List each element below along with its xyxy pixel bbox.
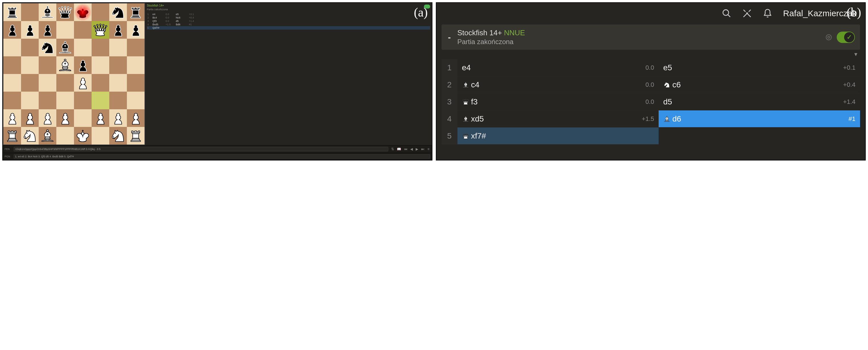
square-b8[interactable] (21, 3, 39, 21)
engine-toggle[interactable]: ✓ (837, 32, 855, 43)
piece-bN[interactable] (110, 4, 126, 20)
piece-bR[interactable] (4, 4, 20, 20)
square-a2[interactable] (3, 109, 21, 127)
book-icon[interactable]: 📖 (396, 147, 402, 152)
piece-bP[interactable] (39, 22, 56, 38)
piece-bP[interactable] (22, 22, 38, 38)
menu-icon[interactable]: ≡ (427, 147, 430, 152)
mini-move-row[interactable]: 4Bxd5+1.5Bd6#1 (147, 23, 430, 26)
square-e8[interactable] (74, 3, 92, 21)
square-d5[interactable] (56, 56, 74, 74)
square-c6[interactable] (39, 39, 56, 56)
target-icon[interactable] (825, 33, 833, 41)
move-white[interactable]: f30.0 (458, 93, 659, 110)
square-a7[interactable] (3, 21, 21, 39)
square-b5[interactable] (21, 56, 39, 74)
prev-icon[interactable]: ◀ (410, 147, 413, 152)
piece-wP[interactable] (4, 110, 20, 126)
square-g7[interactable] (109, 21, 127, 39)
search-icon[interactable] (722, 8, 732, 18)
swords-icon[interactable] (742, 8, 752, 18)
square-e7[interactable] (74, 21, 92, 39)
move-white[interactable]: xd5+1.5 (458, 110, 659, 127)
mini-move-row[interactable]: 1e40.0e5+0.1 (147, 12, 430, 16)
piece-wP[interactable] (92, 110, 108, 126)
fen-input[interactable]: r1bqk1nr/ppp2Qpp/2nb4/3Bp3/4P3/8/PPPP1PP… (14, 147, 388, 151)
square-e5[interactable] (74, 56, 92, 74)
square-c5[interactable] (39, 56, 56, 74)
square-f2[interactable] (92, 109, 109, 127)
square-b7[interactable] (21, 21, 39, 39)
square-a4[interactable] (3, 74, 21, 92)
piece-bP[interactable] (128, 22, 144, 38)
square-d2[interactable] (56, 109, 74, 127)
piece-wP[interactable] (22, 110, 38, 126)
square-b1[interactable] (21, 127, 39, 145)
square-f3[interactable] (92, 92, 109, 109)
move-white[interactable]: e40.0 (458, 59, 659, 76)
piece-wP[interactable] (75, 75, 91, 91)
piece-wP[interactable] (57, 110, 73, 126)
piece-wN[interactable] (110, 128, 126, 144)
mini-move-row[interactable]: 3Qf30.0d5+1.4 (147, 19, 430, 23)
square-a3[interactable] (3, 92, 21, 109)
pgn-input[interactable]: 1. e4 e5 2. Bc4 Nc6 3. Qf3 d5 4. Bxd5 Bd… (14, 154, 430, 159)
square-b6[interactable] (21, 39, 39, 56)
username[interactable]: Rafal_Kazmierczak (783, 8, 857, 18)
square-h4[interactable] (127, 74, 145, 92)
piece-wB[interactable] (57, 57, 73, 73)
move-white[interactable]: xf7# (458, 127, 659, 145)
mini-move-row[interactable]: 5Qxf7# (147, 26, 430, 30)
move-black[interactable]: d6#1 (659, 110, 860, 127)
piece-bN[interactable] (39, 39, 56, 56)
piece-wK[interactable] (75, 128, 91, 144)
square-g2[interactable] (109, 109, 127, 127)
piece-wR[interactable] (128, 128, 144, 144)
square-h8[interactable] (127, 3, 145, 21)
square-g1[interactable] (109, 127, 127, 145)
square-e1[interactable] (74, 127, 92, 145)
square-h2[interactable] (127, 109, 145, 127)
piece-wQ[interactable] (92, 22, 108, 38)
piece-bR[interactable] (128, 4, 144, 20)
square-f5[interactable] (92, 56, 109, 74)
first-icon[interactable]: ⏮ (403, 147, 408, 152)
square-a1[interactable] (3, 127, 21, 145)
flip-icon[interactable]: ⇅ (391, 147, 395, 152)
square-a6[interactable] (3, 39, 21, 56)
square-d1[interactable] (56, 127, 74, 145)
square-f7[interactable] (92, 21, 109, 39)
piece-bP[interactable] (4, 22, 20, 38)
square-a8[interactable] (3, 3, 21, 21)
square-d7[interactable] (56, 21, 74, 39)
square-d3[interactable] (56, 92, 74, 109)
square-g6[interactable] (109, 39, 127, 56)
square-h3[interactable] (127, 92, 145, 109)
square-g3[interactable] (109, 92, 127, 109)
piece-wP[interactable] (110, 110, 126, 126)
chess-board[interactable] (3, 3, 145, 145)
square-d6[interactable] (56, 39, 74, 56)
bell-icon[interactable] (763, 8, 772, 18)
square-h7[interactable] (127, 21, 145, 39)
piece-wR[interactable] (4, 128, 20, 144)
square-f8[interactable] (92, 3, 109, 21)
square-c3[interactable] (39, 92, 56, 109)
square-g5[interactable] (109, 56, 127, 74)
piece-bB[interactable] (57, 39, 73, 56)
square-e2[interactable] (74, 109, 92, 127)
square-g8[interactable] (109, 3, 127, 21)
piece-wP[interactable] (39, 110, 56, 126)
piece-wP[interactable] (128, 110, 144, 126)
piece-bP[interactable] (75, 57, 91, 73)
square-d4[interactable] (56, 74, 74, 92)
square-h6[interactable] (127, 39, 145, 56)
square-c2[interactable] (39, 109, 56, 127)
piece-wN[interactable] (22, 128, 38, 144)
square-c8[interactable] (39, 3, 56, 21)
square-c4[interactable] (39, 74, 56, 92)
square-e4[interactable] (74, 74, 92, 92)
square-f4[interactable] (92, 74, 109, 92)
square-d8[interactable] (56, 3, 74, 21)
move-black[interactable]: e5+0.1 (659, 59, 860, 76)
